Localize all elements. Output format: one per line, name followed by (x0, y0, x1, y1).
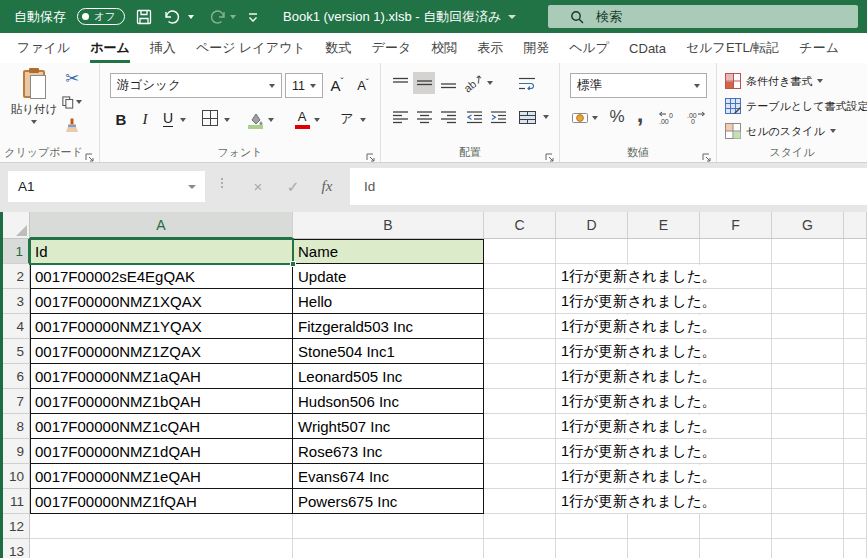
align-bottom-button[interactable] (437, 72, 459, 94)
cell-E13[interactable] (628, 539, 700, 558)
tab-cdata[interactable]: CData (629, 33, 666, 63)
paste-button[interactable]: 貼り付け (10, 68, 58, 144)
cell-D7-text[interactable]: 1行が更新されました。 (557, 390, 720, 413)
borders-button[interactable] (202, 110, 218, 126)
cell-B8[interactable]: Wright507 Inc (293, 414, 484, 439)
cell-G8[interactable] (772, 414, 844, 439)
cell-A2[interactable]: 0017F00002sE4EgQAK (30, 264, 293, 289)
cell-B11[interactable]: Powers675 Inc (293, 489, 484, 514)
merge-center-button[interactable] (515, 106, 539, 128)
tab-review[interactable]: 校閲 (431, 33, 457, 63)
tab-view[interactable]: 表示 (477, 33, 503, 63)
cell-B3[interactable]: Hello (293, 289, 484, 314)
cell-D2-text[interactable]: 1行が更新されました。 (557, 265, 720, 288)
cell-A3[interactable]: 0017F00000NMZ1XQAX (30, 289, 293, 314)
tab-file[interactable]: ファイル (17, 33, 70, 63)
cell-H9[interactable] (844, 439, 867, 464)
row-header-7[interactable]: 7 (3, 389, 30, 414)
cell-C8[interactable] (484, 414, 556, 439)
tab-self-etl[interactable]: セルフETL/転記 (686, 33, 779, 63)
cell-B2[interactable]: Update (293, 264, 484, 289)
enter-button[interactable]: ✓ (278, 171, 308, 202)
phonetic-button[interactable]: ア (338, 109, 356, 129)
cell-D4-text[interactable]: 1行が更新されました。 (557, 315, 720, 338)
align-left-button[interactable] (389, 106, 411, 128)
row-header-11[interactable]: 11 (3, 489, 30, 514)
cell-C12[interactable] (484, 514, 556, 539)
cut-button[interactable]: ✂ (62, 69, 82, 87)
comma-style-button[interactable]: , (632, 101, 648, 127)
cell-A12[interactable] (30, 514, 293, 539)
cell-H2[interactable] (844, 264, 867, 289)
column-header-A[interactable]: A (30, 212, 293, 239)
clipboard-dialog-launcher-icon[interactable] (85, 148, 94, 157)
cell-C1[interactable] (484, 239, 556, 264)
cell-B1[interactable]: Name (293, 239, 484, 264)
alignment-dialog-launcher-icon[interactable] (545, 148, 554, 157)
column-header-E[interactable]: E (628, 212, 700, 239)
tab-help[interactable]: ヘルプ (569, 33, 609, 63)
row-header-13[interactable]: 13 (3, 539, 30, 558)
cell-A11[interactable]: 0017F00000NMZ1fQAH (30, 489, 293, 514)
cell-C3[interactable] (484, 289, 556, 314)
cell-C6[interactable] (484, 364, 556, 389)
row-header-9[interactable]: 9 (3, 439, 30, 464)
cell-G1[interactable] (772, 239, 844, 264)
tab-data[interactable]: データ (372, 33, 412, 63)
cell-C9[interactable] (484, 439, 556, 464)
cell-H5[interactable] (844, 339, 867, 364)
cell-C10[interactable] (484, 464, 556, 489)
accounting-format-button[interactable] (570, 107, 590, 129)
cell-B6[interactable]: Leonard505 Inc (293, 364, 484, 389)
cell-B4[interactable]: Fitzgerald503 Inc (293, 314, 484, 339)
align-center-button[interactable] (413, 106, 435, 128)
cell-E12[interactable] (628, 514, 700, 539)
cell-H11[interactable] (844, 489, 867, 514)
cell-H1[interactable] (844, 239, 867, 264)
cell-A9[interactable]: 0017F00000NMZ1dQAH (30, 439, 293, 464)
redo-icon[interactable] (205, 9, 236, 25)
cell-A13[interactable] (30, 539, 293, 558)
format-as-table-button[interactable]: テーブルとして書式設定 (725, 95, 867, 117)
cell-G4[interactable] (772, 314, 844, 339)
cell-E1[interactable] (628, 239, 700, 264)
format-painter-button[interactable] (62, 117, 82, 135)
cell-H12[interactable] (844, 514, 867, 539)
cancel-button[interactable]: × (243, 171, 273, 202)
cell-D10-text[interactable]: 1行が更新されました。 (557, 465, 720, 488)
cell-C2[interactable] (484, 264, 556, 289)
wrap-text-button[interactable] (515, 72, 539, 94)
row-header-2[interactable]: 2 (3, 264, 30, 289)
row-header-12[interactable]: 12 (3, 514, 30, 539)
cell-C13[interactable] (484, 539, 556, 558)
name-box-dropdown-icon[interactable] (188, 185, 196, 189)
cell-H4[interactable] (844, 314, 867, 339)
cell-G6[interactable] (772, 364, 844, 389)
font-name-combo[interactable]: 游ゴシック (110, 73, 282, 98)
tab-home[interactable]: ホーム (90, 33, 130, 63)
fill-color-button[interactable] (246, 107, 266, 131)
cell-F12[interactable] (700, 514, 772, 539)
cell-H3[interactable] (844, 289, 867, 314)
decrease-indent-button[interactable] (463, 106, 485, 128)
align-top-button[interactable] (389, 72, 411, 94)
cell-G12[interactable] (772, 514, 844, 539)
cell-D3-text[interactable]: 1行が更新されました。 (557, 290, 720, 313)
cell-D12[interactable] (556, 514, 628, 539)
tab-formulas[interactable]: 数式 (326, 33, 352, 63)
cell-C11[interactable] (484, 489, 556, 514)
increase-font-button[interactable]: Aˇ (326, 75, 348, 95)
select-all-button[interactable] (3, 212, 30, 239)
conditional-formatting-button[interactable]: 条件付き書式 (725, 70, 823, 92)
decrease-decimal-button[interactable]: .000 (684, 107, 708, 129)
column-header-C[interactable]: C (484, 212, 556, 239)
cell-G2[interactable] (772, 264, 844, 289)
column-header-F[interactable]: F (700, 212, 772, 239)
tab-insert[interactable]: 挿入 (150, 33, 176, 63)
search-box[interactable]: 検索 (548, 5, 858, 28)
percent-style-button[interactable]: % (606, 105, 628, 129)
insert-function-button[interactable]: fx (312, 171, 342, 202)
cell-C7[interactable] (484, 389, 556, 414)
cell-D9-text[interactable]: 1行が更新されました。 (557, 440, 720, 463)
increase-indent-button[interactable] (487, 106, 509, 128)
